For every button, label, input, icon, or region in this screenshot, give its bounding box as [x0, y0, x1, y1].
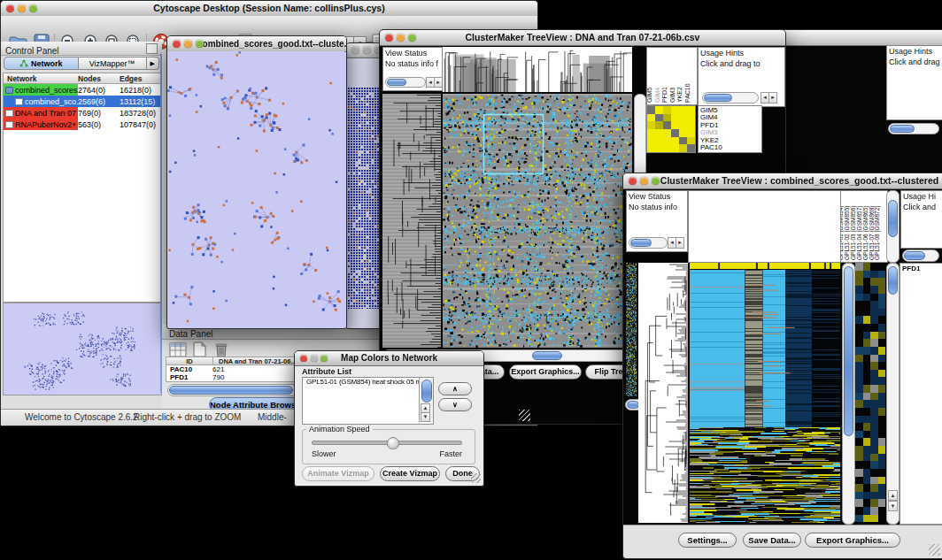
heatmap-cell — [870, 301, 878, 309]
heatmap-cell — [863, 477, 871, 485]
speed-slider-track[interactable] — [312, 441, 462, 445]
column-labels-panel[interactable]: GPL51-01 (GSM854)GPL51-02 (GSM855)GPL51-… — [840, 190, 888, 263]
export-graphics-button[interactable]: Export Graphics... — [509, 364, 582, 380]
usage-scrollbar[interactable] — [902, 249, 939, 262]
row-dendrogram[interactable] — [382, 94, 441, 348]
main-heatmap[interactable] — [690, 263, 840, 523]
close-button[interactable] — [385, 34, 393, 42]
labels-vscrollbar[interactable] — [886, 190, 900, 263]
close-button[interactable] — [351, 46, 359, 54]
zoom-button[interactable] — [29, 4, 37, 12]
network-overview[interactable] — [3, 303, 162, 395]
row-labels-panel[interactable]: GIM5GIM4PFD1GIM3YKE2PAC10 — [698, 105, 762, 153]
minimize-button[interactable] — [640, 177, 648, 185]
float-panel-icon[interactable] — [146, 43, 158, 54]
export-graphics-button[interactable]: Export Graphics... — [805, 533, 900, 548]
close-button[interactable] — [6, 4, 14, 12]
usage-hints-text: Click and drag to — [887, 57, 942, 67]
view-status-scrollbar[interactable] — [385, 77, 426, 88]
close-button[interactable] — [300, 355, 307, 362]
close-button[interactable] — [173, 40, 181, 48]
minimize-button[interactable] — [397, 34, 405, 42]
zoom-button[interactable] — [652, 177, 660, 185]
close-button[interactable] — [629, 177, 637, 185]
resize-grip[interactable] — [929, 544, 940, 556]
minimize-button[interactable] — [184, 40, 192, 48]
animate-vizmap-button[interactable]: Animate Vizmap — [302, 466, 374, 481]
zoom-heatmap[interactable] — [855, 263, 885, 523]
dialog-title: Map Colors to Network — [341, 353, 437, 363]
listbox-scrollbar[interactable]: ▴ ▾ — [419, 378, 433, 422]
resize-grip[interactable] — [471, 473, 481, 483]
heatmap-cell — [679, 121, 687, 129]
global-overview-strip[interactable] — [626, 263, 637, 396]
heatmap-cell — [870, 385, 878, 393]
column-dendrogram-area[interactable] — [688, 190, 842, 263]
heatmap-cell — [878, 477, 886, 485]
scroll-down-arrow[interactable]: ▾ — [421, 412, 430, 422]
row-dendrogram[interactable] — [638, 263, 688, 523]
treeview1-title-bar[interactable]: ClusterMaker TreeView : DNA and Tran 07-… — [380, 30, 785, 46]
heatmap-cell — [863, 324, 871, 332]
resize-grip[interactable] — [519, 410, 530, 421]
heatmap-cell — [870, 461, 878, 469]
window-title: ClusterMaker TreeView : DNA and Tran 07-… — [466, 32, 700, 42]
heatmap-vscrollbar[interactable] — [842, 263, 855, 525]
gene-label[interactable]: PFD1 — [902, 265, 942, 272]
network-canvas[interactable] — [167, 51, 344, 326]
main-heatmap[interactable] — [443, 94, 632, 348]
heatmap-cell — [863, 446, 871, 454]
scroll-up-arrow[interactable]: ▴ — [888, 490, 898, 501]
zoom-button[interactable] — [320, 355, 328, 362]
scroll-right-arrow[interactable]: ▸ — [676, 237, 684, 249]
tab-overflow-arrow[interactable]: ▶ — [147, 57, 159, 70]
move-down-button[interactable]: ∨ — [438, 398, 472, 411]
scroll-right-arrow[interactable]: ▸ — [434, 77, 443, 88]
attribute-list-item[interactable]: GPL51-01 (GSM854) heat shock 05 min — [305, 378, 433, 386]
heatmap-cell — [870, 469, 878, 477]
data-panel-hscrollbar[interactable] — [167, 384, 298, 396]
minimize-button[interactable] — [18, 4, 26, 12]
doc-icon — [15, 98, 23, 105]
column-dendrogram[interactable] — [443, 47, 632, 92]
treeview2-title-bar[interactable]: ClusterMaker TreeView : combined_scores_… — [623, 173, 942, 189]
window-controls — [300, 355, 328, 362]
usage-scrollbar[interactable] — [888, 123, 939, 134]
scroll-down-arrow[interactable]: ▾ — [888, 501, 898, 511]
network-list-row[interactable]: RNAPuberNov2+563(0)107847(0) — [4, 119, 160, 130]
heatmap-cell — [878, 438, 886, 446]
column-labels-panel[interactable]: GIM5GIM4PFD1GIM3YKE2PAC10 — [646, 47, 698, 105]
usage-scrollbar[interactable] — [702, 92, 759, 104]
network-table-header[interactable]: Network Nodes Edges — [4, 73, 160, 84]
minimize-button[interactable] — [311, 355, 318, 362]
network-list-row[interactable]: combined_sco...2569(6)13112(15) — [4, 96, 160, 107]
heatmap-cell — [870, 339, 878, 347]
heatmap-cell — [855, 355, 863, 363]
zoom-button[interactable] — [408, 34, 416, 42]
create-vizmap-button[interactable]: Create Vizmap — [380, 466, 440, 481]
heatmap-cell — [863, 263, 871, 271]
main-title-bar[interactable]: Cytoscape Desktop (Session Name: collins… — [1, 1, 537, 17]
scroll-right-arrow[interactable]: ▸ — [768, 92, 777, 104]
gene-labels-panel[interactable]: PFD1YRA1RNR4MSL1SPC98CLN1NIS1BUD4ELG1MAK… — [900, 263, 942, 525]
save-data-button[interactable]: Save Data... — [743, 533, 801, 548]
zoom-button[interactable] — [196, 40, 204, 48]
window-title: Cytoscape Desktop (Session Name: collins… — [153, 3, 384, 13]
network-list-row[interactable]: combined_scores2764(0)16218(0) — [4, 84, 160, 96]
minimize-button[interactable] — [363, 46, 371, 54]
speed-slider-thumb[interactable] — [387, 437, 399, 449]
gene-labels-vscrollbar[interactable]: ▴ ▾ — [886, 263, 900, 525]
tab-network[interactable]: Network — [4, 57, 79, 70]
heatmap-cell — [863, 515, 871, 523]
attribute-listbox[interactable]: GPL51-01 (GSM854) heat shock 05 minGPL51… — [302, 377, 434, 425]
move-up-button[interactable]: ∧ — [438, 382, 472, 395]
heatmap-cell — [855, 309, 863, 317]
view-status-scrollbar[interactable] — [629, 237, 668, 249]
settings-button[interactable]: Settings... — [678, 533, 737, 548]
tab-vizmapper[interactable]: VizMapper™ — [79, 57, 147, 70]
heatmap-cell — [870, 515, 878, 523]
network-list-row[interactable]: DNA and Tran 07769(0)183728(0) — [4, 107, 160, 119]
dense-network-grid[interactable] — [348, 88, 380, 309]
zoom-heatmap-panel[interactable] — [646, 105, 696, 153]
heatmap-cell — [855, 370, 863, 378]
